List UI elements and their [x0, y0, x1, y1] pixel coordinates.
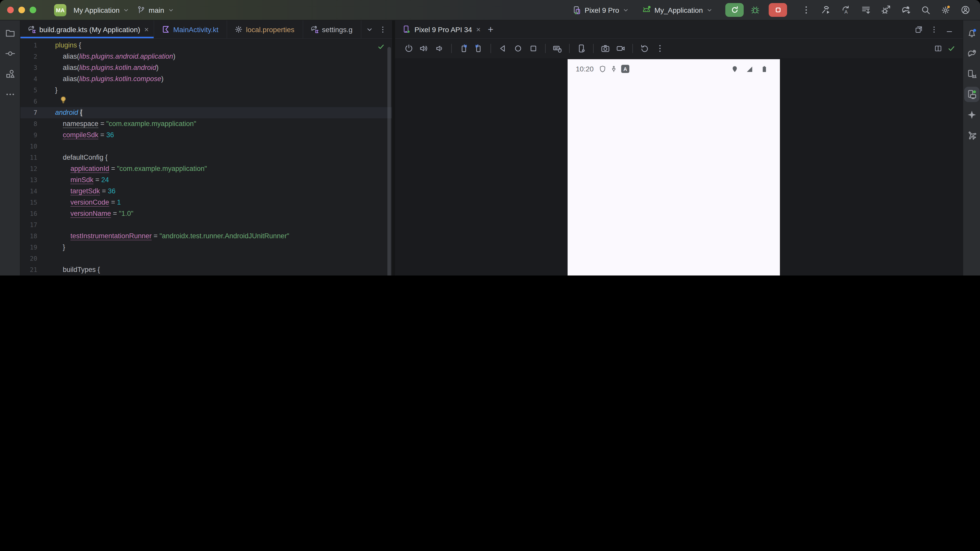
rerun-button[interactable]: [725, 3, 744, 17]
tool-folder-icon[interactable]: [2, 25, 18, 41]
android-studio-window: MA My Application main Pixel 9 Pro My_Ap…: [0, 0, 980, 275]
close-window-button[interactable]: [7, 6, 14, 13]
tool-more-icon[interactable]: [2, 87, 18, 102]
editor-code-pane: plugins { alias(libs.plugins.android.app…: [41, 39, 392, 275]
code-line: [41, 96, 392, 107]
camera-icon[interactable]: [599, 42, 612, 55]
editor-scrollbar[interactable]: [387, 47, 391, 275]
restart-activity-icon[interactable]: A: [837, 3, 854, 17]
tab-label: settings.g: [322, 25, 353, 33]
gear-dot-icon[interactable]: [937, 3, 954, 17]
device-tab[interactable]: Pixel 9 Pro API 34 ×: [402, 25, 480, 34]
minimize-window-button[interactable]: [18, 6, 25, 13]
code-editor[interactable]: 1234567891011121314151617181920212223242…: [21, 39, 392, 275]
back-icon[interactable]: [496, 42, 509, 55]
device-selector[interactable]: Pixel 9 Pro: [573, 5, 629, 14]
kebab-icon[interactable]: [653, 42, 667, 55]
tool-gradle-icon[interactable]: [964, 46, 979, 61]
editor-tab-bar: build.gradle.kts (My Application)×MainAc…: [21, 21, 392, 39]
tab-label: local.properties: [246, 25, 294, 33]
code-line: targetSdk = 36: [41, 186, 392, 197]
intention-bulb-icon[interactable]: [59, 96, 67, 108]
close-icon[interactable]: ×: [476, 25, 481, 34]
a-badge-icon: A: [621, 65, 629, 73]
chevron-down-icon[interactable]: [366, 25, 374, 33]
editor-gutter: 1234567891011121314151617181920212223242…: [21, 39, 41, 275]
video-icon[interactable]: [614, 42, 627, 55]
debug-button[interactable]: [746, 3, 764, 17]
power-icon[interactable]: [402, 42, 415, 55]
project-icon: MA: [54, 4, 66, 16]
home-icon[interactable]: [511, 42, 525, 55]
overview-icon[interactable]: [527, 42, 540, 55]
tab-bar-controls: [366, 21, 392, 38]
device-tab-icon: [402, 25, 411, 34]
toolbar-separator: [593, 44, 593, 53]
line-number: 16: [21, 208, 41, 219]
attach-debugger-icon[interactable]: [877, 3, 894, 17]
tool-plane-icon[interactable]: [964, 127, 979, 143]
line-number: 4: [21, 73, 41, 85]
code-line: [41, 219, 392, 230]
branch-selector[interactable]: main: [137, 6, 175, 14]
stop-button[interactable]: [769, 3, 787, 17]
tab-label: MainActivity.kt: [173, 25, 218, 33]
kebab-icon[interactable]: [930, 25, 938, 33]
tool-bell-icon[interactable]: [964, 25, 979, 41]
editor-tab[interactable]: settings.g: [303, 21, 361, 38]
columns-icon[interactable]: [934, 44, 942, 52]
search-icon[interactable]: [917, 3, 934, 17]
editor-tab[interactable]: local.properties: [227, 21, 303, 38]
volume-up-icon[interactable]: [417, 42, 431, 55]
zoom-window-button[interactable]: [30, 6, 36, 13]
code-line: }: [41, 85, 392, 96]
keyboard-mouse-icon[interactable]: [551, 42, 564, 55]
tool-shapes-icon[interactable]: [2, 66, 18, 82]
code-line: alias(libs.plugins.kotlin.android): [41, 62, 392, 73]
wellbeing-icon: [610, 65, 617, 73]
code-line: applicationId = "com.example.myapplicati…: [41, 163, 392, 175]
close-icon[interactable]: ×: [144, 25, 149, 34]
code-line: android {: [41, 107, 392, 118]
android-head-icon: [641, 5, 651, 15]
rotate-left-icon[interactable]: [457, 42, 470, 55]
line-number: 20: [21, 253, 41, 264]
new-device-tab-button[interactable]: +: [488, 24, 493, 35]
profile-icon[interactable]: [956, 3, 974, 17]
apply-changes-icon[interactable]: [857, 3, 874, 17]
code-line: buildTypes {: [41, 264, 392, 275]
line-number: 18: [21, 230, 41, 242]
toolbar-separator: [545, 44, 546, 53]
reset-icon[interactable]: [638, 42, 651, 55]
open-window-icon[interactable]: [915, 25, 923, 33]
tool-sparkle-icon[interactable]: [964, 107, 979, 122]
device-phone-icon: [573, 5, 582, 14]
code-line: namespace = "com.example.myapplication": [41, 118, 392, 130]
emulator-screen[interactable]: 10:20 A Hello Android!: [568, 59, 780, 275]
a-badge-icon: A: [621, 65, 629, 73]
editor-tab[interactable]: build.gradle.kts (My Application)×: [21, 21, 154, 38]
tool-running-devices-icon[interactable]: [964, 87, 979, 102]
check-icon[interactable]: [947, 44, 956, 52]
code-line: alias(libs.plugins.android.application): [41, 51, 392, 62]
device-panel-content: 10:20 A Hello Android! 1:1: [395, 58, 963, 275]
run-config-selector[interactable]: My_Application: [641, 5, 713, 15]
editor-column: build.gradle.kts (My Application)×MainAc…: [21, 21, 395, 275]
volume-down-icon[interactable]: [433, 42, 446, 55]
titlebar-actions: A: [791, 3, 974, 17]
gradle-sync-icon[interactable]: [897, 3, 914, 17]
editor-tab[interactable]: MainActivity.kt: [154, 21, 227, 38]
gear-icon: [234, 25, 243, 34]
minimize-icon[interactable]: [945, 25, 953, 33]
inspections-ok-icon[interactable]: [377, 43, 385, 51]
hammer-run-icon[interactable]: [817, 3, 835, 17]
rotate-right-icon[interactable]: [472, 42, 485, 55]
kebab-icon[interactable]: [797, 3, 815, 17]
tool-device-manager-icon[interactable]: [964, 66, 979, 82]
project-selector[interactable]: MA My Application: [41, 4, 130, 16]
tool-commit-icon[interactable]: [2, 46, 18, 61]
shield-icon: [599, 65, 606, 73]
code-line: alias(libs.plugins.kotlin.compose): [41, 73, 392, 85]
phone-gear-icon[interactable]: [575, 42, 588, 55]
kebab-icon[interactable]: [379, 25, 387, 33]
